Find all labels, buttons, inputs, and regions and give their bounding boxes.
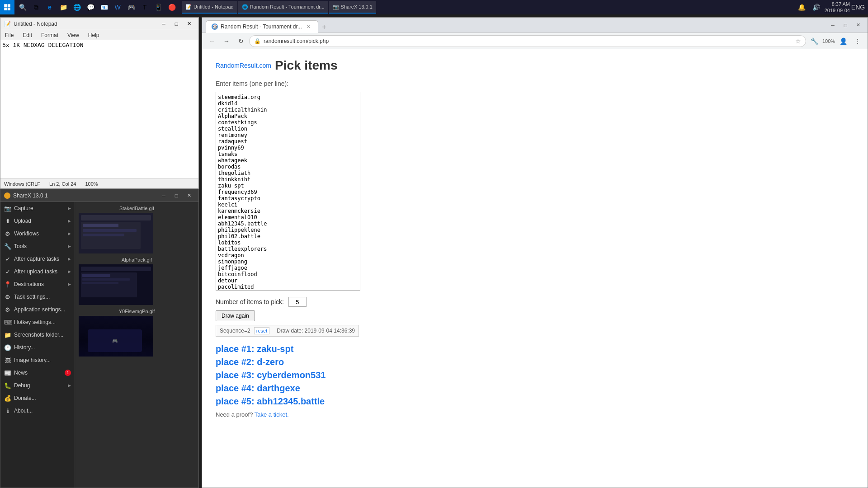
sharex-minimize-button[interactable]: ─	[158, 192, 170, 200]
notepad-statusbar: Windows (CRLF Ln 2, Col 24 100%	[0, 178, 198, 188]
after-capture-icon: ✓	[4, 256, 11, 263]
thumbnail-image-1[interactable]	[79, 213, 153, 253]
num-to-pick-input[interactable]	[288, 297, 307, 307]
sidebar-item-capture[interactable]: 📷 Capture	[0, 202, 75, 215]
notepad-menu-view[interactable]: View	[65, 31, 82, 39]
app8-icon[interactable]: 🎮	[125, 1, 137, 14]
result-place-1: place #1: zaku-spt	[216, 344, 854, 354]
notification-icon[interactable]: 🔔	[796, 1, 808, 14]
start-button[interactable]	[0, 0, 14, 14]
notepad-window: 📝 Untitled - Notepad ─ □ ✕ File Edit For…	[0, 17, 199, 189]
sidebar-item-history[interactable]: 🕐 History...	[0, 341, 75, 354]
sidebar-item-upload[interactable]: ⬆ Upload	[0, 215, 75, 227]
system-clock[interactable]: 8:37 AM 2019-09-04	[825, 1, 850, 14]
chrome-icon[interactable]: 🌐	[71, 1, 83, 14]
thumbnail-image-2[interactable]	[79, 264, 153, 305]
items-label: Enter items (one per line):	[216, 80, 854, 87]
teams-icon[interactable]: T	[138, 1, 151, 14]
browser-maximize-button[interactable]: □	[840, 21, 851, 29]
app10-icon[interactable]: 📱	[152, 1, 165, 14]
notepad-maximize-button[interactable]: □	[170, 20, 182, 28]
browser-tabs: 🎲 Random Result - Tournament dr... ✕ +	[206, 18, 330, 33]
tab-close-button[interactable]: ✕	[305, 23, 312, 31]
sidebar-item-about[interactable]: ℹ About...	[0, 404, 75, 417]
menu-button[interactable]: ⋮	[851, 35, 864, 47]
task-view-icon[interactable]: ⧉	[30, 1, 42, 14]
notepad-zoom: 100%	[85, 181, 98, 187]
skype-icon[interactable]: 💬	[84, 1, 97, 14]
sharex-titlebar: ShareX 13.0.1 ─ □ ✕	[0, 189, 198, 202]
sidebar-item-debug[interactable]: 🐛 Debug	[0, 379, 75, 392]
thumbnail-label-1: StakedBattle.gif	[79, 206, 195, 211]
sharex-body: 📷 Capture ⬆ Upload ⚙ Workflows 🔧 Tools ✓…	[0, 202, 198, 488]
taskbar-notepad-app[interactable]: 📝Untitled - Notepad	[182, 1, 237, 14]
taskbar-sharex-app[interactable]: 📷ShareX 13.0.1	[329, 1, 376, 14]
notepad-text-area[interactable]: 5x 1K NEOXAG DELEGATION	[0, 40, 198, 178]
browser-close-button[interactable]: ✕	[852, 21, 864, 29]
notepad-menu-help[interactable]: Help	[85, 31, 102, 39]
browser-forward-button[interactable]: →	[220, 35, 233, 47]
workflows-icon: ⚙	[4, 230, 11, 237]
star-icon[interactable]: ☆	[795, 38, 801, 45]
reset-button[interactable]: reset	[254, 327, 269, 334]
browser-minimize-button[interactable]: ─	[827, 21, 839, 29]
sharex-maximize-button[interactable]: □	[170, 192, 182, 200]
capture-icon: 📷	[4, 205, 11, 212]
taskbar-browser-app[interactable]: 🌐Random Result - Tournament dr...	[238, 1, 328, 14]
search-icon[interactable]: 🔍	[16, 1, 29, 14]
word-icon[interactable]: W	[111, 1, 124, 14]
extensions-button[interactable]: 🔧	[808, 35, 821, 47]
user-button[interactable]: 👤	[837, 35, 849, 47]
draw-again-button[interactable]: Draw again	[216, 310, 255, 321]
volume-icon[interactable]: 🔊	[810, 1, 823, 14]
sharex-app-icon	[4, 192, 10, 199]
sidebar-item-task-settings[interactable]: ⚙ Task settings...	[0, 291, 75, 303]
address-bar[interactable]: 🔒 randomresult.com/pick.php ☆	[249, 35, 806, 47]
app11-icon[interactable]: 🔴	[165, 1, 178, 14]
sharex-close-button[interactable]: ✕	[183, 192, 195, 200]
notepad-close-button[interactable]: ✕	[183, 20, 195, 28]
taskbar-system-tray: 🔔 🔊 8:37 AM 2019-09-04 ENG	[792, 1, 868, 14]
outlook-icon[interactable]: 📧	[98, 1, 110, 14]
folder-icon: 📁	[4, 332, 11, 338]
language-indicator[interactable]: ENG	[852, 1, 864, 14]
notepad-minimize-button[interactable]: ─	[158, 20, 170, 28]
results-section: place #1: zaku-spt place #2: d-zero plac…	[216, 344, 854, 407]
sharex-sidebar: 📷 Capture ⬆ Upload ⚙ Workflows 🔧 Tools ✓…	[0, 202, 75, 488]
browser-titlebar: 🎲 Random Result - Tournament dr... ✕ + ─…	[202, 18, 868, 33]
sidebar-item-hotkey-settings[interactable]: ⌨ Hotkey settings...	[0, 316, 75, 328]
browser-toolbar-icons: 🔧 100% 👤 ⋮	[808, 35, 864, 47]
page-brand-link[interactable]: RandomResult.com	[216, 62, 271, 69]
taskbar-running-apps: 📝Untitled - Notepad 🌐Random Result - Tou…	[180, 1, 792, 14]
notepad-menu-file[interactable]: File	[2, 31, 16, 39]
explorer-icon[interactable]: 📁	[57, 1, 70, 14]
sidebar-item-app-settings[interactable]: ⚙ Application settings...	[0, 303, 75, 316]
notepad-menu-format[interactable]: Format	[38, 31, 61, 39]
donate-icon: 💰	[4, 395, 11, 402]
thumbnail-image-3[interactable]: 🎮	[79, 316, 153, 357]
sidebar-item-destinations[interactable]: 📍 Destinations	[0, 278, 75, 291]
hotkey-icon: ⌨	[4, 319, 11, 326]
browser-active-tab[interactable]: 🎲 Random Result - Tournament dr... ✕	[206, 20, 318, 33]
browser-back-button[interactable]: ←	[206, 35, 218, 47]
sidebar-item-screenshots-folder[interactable]: 📁 Screenshots folder...	[0, 328, 75, 341]
sidebar-item-workflows[interactable]: ⚙ Workflows	[0, 227, 75, 240]
browser-window-controls: ─ □ ✕	[827, 21, 864, 29]
proof-link[interactable]: Take a ticket.	[255, 411, 289, 418]
edge-icon[interactable]: e	[43, 1, 56, 14]
new-tab-button[interactable]: +	[318, 21, 330, 33]
items-textarea[interactable]: steemedia.org dkid14 criticalthinkin Alp…	[216, 92, 360, 291]
sidebar-item-after-capture-tasks[interactable]: ✓ After capture tasks	[0, 253, 75, 265]
sidebar-item-image-history[interactable]: 🖼 Image history...	[0, 354, 75, 366]
notepad-titlebar: 📝 Untitled - Notepad ─ □ ✕	[0, 18, 198, 30]
notepad-menu-edit[interactable]: Edit	[20, 31, 35, 39]
sidebar-item-after-upload-tasks[interactable]: ✓ After upload tasks	[0, 265, 75, 278]
zoom-button[interactable]: 100%	[822, 35, 835, 47]
sidebar-item-news[interactable]: 📰 News 1	[0, 366, 75, 379]
notepad-cursor-position: Ln 2, Col 24	[49, 181, 76, 187]
destinations-icon: 📍	[4, 281, 11, 288]
sidebar-item-tools[interactable]: 🔧 Tools	[0, 240, 75, 253]
browser-refresh-button[interactable]: ↻	[235, 35, 247, 47]
items-textarea-container: steemedia.org dkid14 criticalthinkin Alp…	[216, 92, 360, 292]
sidebar-item-donate[interactable]: 💰 Donate...	[0, 392, 75, 404]
